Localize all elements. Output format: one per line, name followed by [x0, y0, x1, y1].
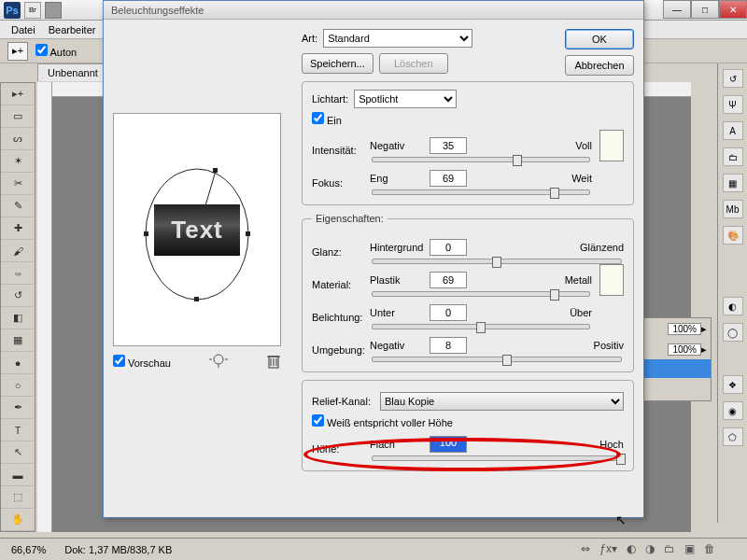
white-high-checkbox[interactable]: Weiß entspricht voller Höhe [312, 414, 453, 428]
history-brush-icon[interactable]: ↺ [1, 285, 35, 307]
focus-slider[interactable] [372, 189, 590, 195]
gradient-tool-icon[interactable]: ▦ [1, 329, 35, 352]
channels-panel-icon[interactable]: ◉ [723, 401, 743, 420]
gloss-value[interactable] [430, 239, 467, 256]
eraser-tool-icon[interactable]: ◧ [1, 307, 35, 329]
3d-tool-icon[interactable]: ⬚ [1, 486, 35, 509]
mask-panel-icon[interactable]: ◯ [723, 323, 743, 342]
wand-tool-icon[interactable]: ✶ [1, 150, 35, 173]
minibridge-icon[interactable] [45, 2, 62, 19]
crop-tool-icon[interactable]: ✂ [1, 173, 35, 195]
ok-button[interactable]: OK [565, 29, 634, 49]
gloss-right: Glänzend [580, 242, 624, 253]
ambience-color-swatch[interactable] [599, 264, 624, 296]
ambience-value[interactable] [430, 337, 467, 354]
pen-tool-icon[interactable]: ✒ [1, 397, 35, 419]
lighting-effects-dialog: Beleuchtungseffekte Text Vorschau [103, 0, 644, 518]
preview-checkbox[interactable]: Vorschau [113, 355, 171, 369]
svg-point-7 [214, 355, 223, 364]
intensity-value[interactable] [430, 137, 467, 154]
lasso-tool-icon[interactable]: ᔕ [1, 128, 35, 150]
close-button[interactable]: ✕ [719, 0, 747, 19]
move-tool-icon[interactable]: ▸+ [1, 83, 35, 105]
eyedropper-tool-icon[interactable]: ✎ [1, 195, 35, 217]
material-right: Metall [565, 274, 592, 286]
height-value[interactable]: 100 [430, 436, 467, 453]
ambience-slider[interactable] [372, 357, 622, 362]
exposure-left: Unter [370, 307, 426, 318]
adjust-icon[interactable]: ◑ [645, 542, 655, 555]
height-left: Flach [370, 439, 426, 450]
paths-panel-icon[interactable]: ⬠ [723, 427, 743, 446]
height-label: Höhe: [312, 443, 366, 455]
color-panel-icon[interactable]: 🎨 [723, 226, 743, 245]
exposure-slider[interactable] [372, 324, 590, 329]
heal-tool-icon[interactable]: ✚ [1, 217, 35, 240]
light-color-swatch[interactable] [599, 130, 624, 161]
char-panel-icon[interactable]: A [723, 121, 743, 140]
cancel-button[interactable]: Abbrechen [565, 55, 634, 76]
height-right: Hoch [599, 439, 624, 450]
menu-file[interactable]: Datei [11, 24, 35, 35]
maximize-button[interactable]: □ [691, 0, 719, 19]
gloss-label: Glanz: [312, 246, 366, 258]
opacity-value[interactable]: 100% [668, 323, 701, 335]
preview-canvas[interactable]: Text [113, 113, 281, 346]
material-slider[interactable] [372, 291, 590, 297]
trash-icon[interactable]: 🗑 [704, 542, 715, 555]
gloss-left: Hintergrund [370, 242, 426, 253]
focus-value[interactable] [430, 170, 467, 187]
material-label: Material: [312, 279, 366, 290]
folder-panel-icon[interactable]: 🗀 [723, 147, 743, 166]
tool-preset-picker[interactable]: ▸+ [7, 42, 28, 61]
zoom-level[interactable]: 66,67% [11, 544, 46, 555]
auto-checkbox[interactable]: Auton [35, 44, 77, 58]
history-panel-icon[interactable]: ↺ [723, 69, 743, 88]
svg-rect-4 [194, 297, 199, 301]
fill-value[interactable]: 100% [668, 343, 701, 356]
fx-icon[interactable]: ƒx▾ [599, 542, 617, 555]
brush-tool-icon[interactable]: 🖌 [1, 240, 35, 262]
document-tab[interactable]: Unbenannt [37, 63, 108, 81]
lightbulb-icon[interactable] [209, 352, 228, 371]
material-left: Plastik [370, 274, 426, 286]
art-label: Art: [302, 33, 317, 44]
swatch-panel-icon[interactable]: ▦ [723, 174, 743, 192]
path-tool-icon[interactable]: ↖ [1, 441, 35, 464]
trash-icon[interactable] [266, 353, 281, 370]
bridge-icon[interactable]: Br [24, 2, 41, 19]
hand-tool-icon[interactable]: ✋ [1, 509, 35, 531]
intensity-left: Negativ [370, 140, 426, 151]
type-tool-icon[interactable]: T [1, 419, 35, 441]
style-select[interactable]: Standard [323, 29, 472, 48]
dodge-tool-icon[interactable]: ○ [1, 374, 35, 397]
blur-tool-icon[interactable]: ● [1, 352, 35, 374]
mb-panel-icon[interactable]: Mb [723, 200, 743, 218]
lighttype-select[interactable]: Spotlicht [354, 90, 457, 108]
exposure-value[interactable] [430, 304, 467, 321]
texture-channel-select[interactable]: Blau Kopie [380, 392, 624, 411]
dialog-title: Beleuchtungseffekte [104, 1, 643, 20]
save-button[interactable]: Speichern... [302, 53, 374, 74]
intensity-slider[interactable] [372, 157, 590, 162]
intensity-right: Voll [575, 140, 592, 151]
height-slider[interactable] [372, 455, 622, 461]
stamp-tool-icon[interactable]: ⎃ [1, 262, 35, 285]
material-value[interactable] [430, 272, 467, 288]
adjust-panel-icon[interactable]: ◐ [723, 297, 743, 315]
marquee-tool-icon[interactable]: ▭ [1, 105, 35, 128]
new-icon[interactable]: ▣ [684, 542, 695, 555]
shape-tool-icon[interactable]: ▬ [1, 464, 35, 486]
properties-group: Eigenschaften: Glanz: Hintergrund Glänze… [302, 213, 634, 372]
texture-group: Relief-Kanal: Blau Kopie Weiß entspricht… [302, 380, 634, 471]
layers-panel-icon[interactable]: ❖ [723, 375, 743, 394]
link-icon[interactable]: ⇔ [581, 542, 590, 555]
gloss-slider[interactable] [372, 259, 622, 264]
exposure-right: Über [570, 307, 592, 318]
folder-icon[interactable]: 🗀 [664, 542, 675, 555]
minimize-button[interactable]: — [663, 0, 691, 19]
usb-panel-icon[interactable]: Ψ [723, 95, 743, 114]
mask-icon[interactable]: ◐ [627, 542, 636, 555]
light-on-checkbox[interactable]: Ein [312, 112, 342, 126]
menu-edit[interactable]: Bearbeiter [49, 24, 96, 35]
